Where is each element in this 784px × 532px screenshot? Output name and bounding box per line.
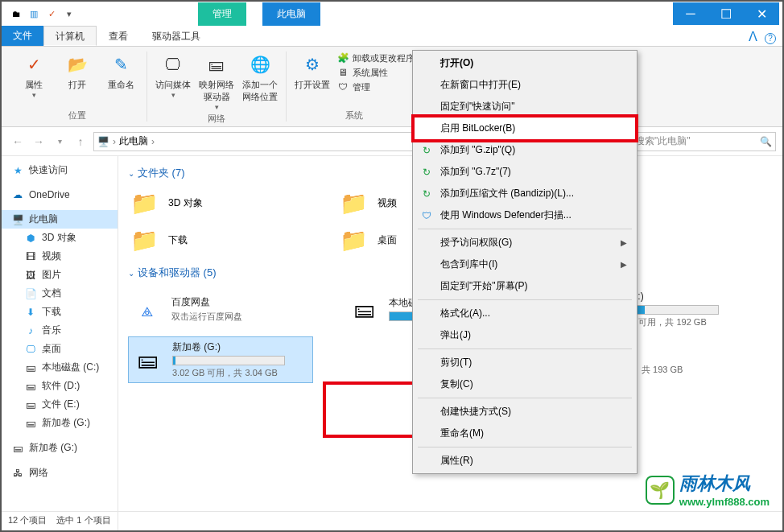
- gear-icon: ⚙: [299, 52, 325, 77]
- context-menu-item[interactable]: ↻添加到压缩文件 (Bandizip)(L)...: [415, 183, 635, 204]
- watermark: 🌱 雨林木风 www.ylmf888.com: [646, 472, 770, 508]
- ribbon-group-network: 🖵访问媒体▾ 🖴映射网络驱动器▾ 🌐添加一个网络位置 网络: [147, 52, 287, 122]
- context-menu-item[interactable]: 弹出(J): [415, 324, 635, 346]
- context-menu-icon: ↻: [419, 145, 434, 156]
- status-count: 12 个项目: [8, 514, 47, 526]
- context-menu-item[interactable]: 启用 BitLocker(B): [415, 118, 635, 139]
- qat-dropdown[interactable]: ▾: [61, 6, 77, 22]
- navigation-pane[interactable]: ★快速访问 ☁OneDrive 🖥️此电脑 ⬢3D 对象 🎞视频 🖼图片 📄文档…: [2, 156, 118, 532]
- submenu-arrow-icon: ▶: [621, 260, 627, 269]
- context-menu-item[interactable]: ↻添加到 "G.7z"(7): [415, 161, 635, 183]
- sidebar-drive-g[interactable]: 🖴新加卷 (G:): [2, 414, 118, 432]
- drive-g-selected[interactable]: 🖴 新加卷 (G:)3.02 GB 可用，共 3.04 GB: [128, 336, 313, 383]
- sidebar-drive-d[interactable]: 🖴软件 (D:): [2, 377, 118, 395]
- context-menu-item[interactable]: 重命名(M): [415, 423, 635, 444]
- context-menu-item[interactable]: 打开(O): [415, 52, 635, 74]
- ribbon-properties[interactable]: ✓属性▾: [14, 52, 53, 99]
- tab-computer[interactable]: 计算机: [43, 26, 97, 46]
- sidebar-drive-g2[interactable]: 🖴新加卷 (G:): [2, 439, 118, 457]
- sidebar-drive-e[interactable]: 🖴文件 (E:): [2, 395, 118, 414]
- ribbon-tabs: 文件 计算机 查看 驱动器工具 ᐱ ?: [2, 26, 782, 47]
- properties-icon: ✓: [21, 52, 47, 77]
- sidebar-pictures[interactable]: 🖼图片: [2, 266, 118, 284]
- window-title: 此电脑: [262, 2, 320, 26]
- close-button[interactable]: ✕: [744, 2, 779, 25]
- minimize-button[interactable]: ─: [673, 2, 708, 25]
- context-menu-item[interactable]: 剪切(T): [415, 352, 635, 373]
- ribbon-settings[interactable]: ⚙打开设置: [293, 52, 332, 91]
- ribbon-map-drive[interactable]: 🖴映射网络驱动器▾: [197, 52, 236, 111]
- chevron-icon[interactable]: ›: [151, 136, 155, 147]
- drive-icon: 🖴: [204, 52, 229, 77]
- sidebar-3d[interactable]: ⬢3D 对象: [2, 229, 118, 247]
- context-menu-item[interactable]: 🛡使用 Windows Defender扫描...: [415, 204, 635, 226]
- context-menu-label: 包含到库中(I): [440, 258, 497, 271]
- sidebar-downloads[interactable]: ⬇下载: [2, 303, 118, 321]
- up-button[interactable]: ↑: [71, 132, 90, 151]
- sidebar-quick-access[interactable]: ★快速访问: [2, 161, 118, 179]
- help-button[interactable]: ᐱ ?: [742, 26, 782, 46]
- sidebar-this-pc[interactable]: 🖥️此电脑: [2, 210, 118, 229]
- context-menu-label: 打开(O): [440, 56, 473, 70]
- context-menu-icon: 🛡: [419, 210, 434, 221]
- ribbon-add-net[interactable]: 🌐添加一个网络位置: [241, 52, 279, 103]
- context-menu-item[interactable]: 固定到"快速访问": [415, 96, 635, 118]
- back-button[interactable]: ←: [8, 132, 27, 151]
- sidebar-drive-c[interactable]: 🖴本地磁盘 (C:): [2, 358, 118, 377]
- context-menu-item[interactable]: 格式化(A)...: [415, 303, 635, 324]
- status-bar: 12 个项目 选中 1 个项目: [2, 511, 782, 529]
- context-menu: 打开(O)在新窗口中打开(E)固定到"快速访问"启用 BitLocker(B)↻…: [412, 50, 638, 474]
- contextual-tab-manage[interactable]: 管理: [198, 2, 246, 26]
- breadcrumb[interactable]: 此电脑: [119, 134, 148, 148]
- sidebar-onedrive[interactable]: ☁OneDrive: [2, 186, 118, 204]
- drive-baidu[interactable]: ⟁ 百度网盘双击运行百度网盘: [128, 287, 313, 332]
- sidebar-desktop[interactable]: 🖵桌面: [2, 340, 118, 358]
- context-menu-item[interactable]: 创建快捷方式(S): [415, 401, 635, 423]
- pc-icon: 🖥️: [97, 136, 109, 147]
- ribbon-uninstall[interactable]: 🧩卸载或更改程序: [336, 52, 415, 64]
- nav-arrows: ← → ▾ ↑: [8, 132, 90, 151]
- status-selected: 选中 1 个项目: [56, 514, 110, 526]
- context-menu-label: 启用 BitLocker(B): [440, 122, 515, 135]
- folder-icon: 📁: [337, 187, 369, 219]
- tab-view[interactable]: 查看: [97, 26, 140, 46]
- qat-item[interactable]: ▥: [26, 6, 42, 22]
- file-tab[interactable]: 文件: [2, 26, 43, 46]
- context-menu-item[interactable]: 在新窗口中打开(E): [415, 74, 635, 96]
- uninstall-icon: 🧩: [336, 52, 349, 64]
- chevron-icon[interactable]: ›: [113, 136, 116, 147]
- context-menu-item[interactable]: ↻添加到 "G.zip"(Q): [415, 139, 635, 161]
- tab-drive-tools[interactable]: 驱动器工具: [140, 26, 213, 46]
- folder-3d[interactable]: 📁3D 对象: [128, 187, 305, 219]
- context-menu-label: 重命名(M): [440, 427, 484, 440]
- recent-dropdown[interactable]: ▾: [50, 132, 69, 151]
- drive-c-freespace-partial: 共 193 GB: [642, 364, 683, 376]
- ribbon-media[interactable]: 🖵访问媒体▾: [154, 52, 192, 99]
- search-input[interactable]: 搜索"此电脑" 🔍: [631, 132, 776, 151]
- sidebar-video[interactable]: 🎞视频: [2, 247, 118, 266]
- sidebar-network[interactable]: 🖧网络: [2, 464, 118, 482]
- doc-icon: 📄: [24, 287, 37, 300]
- download-icon: ⬇: [24, 306, 37, 319]
- pc-icon: 🖥️: [11, 213, 24, 226]
- qat-item[interactable]: ✓: [43, 6, 60, 22]
- ribbon-sysprops[interactable]: 🖥系统属性: [336, 66, 415, 79]
- maximize-button[interactable]: ☐: [708, 2, 744, 25]
- forward-button[interactable]: →: [29, 132, 48, 151]
- ribbon-open[interactable]: 📂打开: [58, 52, 97, 91]
- ribbon-rename[interactable]: ✎重命名: [101, 52, 140, 91]
- folder-downloads[interactable]: 📁下载: [128, 224, 305, 256]
- context-menu-item[interactable]: 复制(C): [415, 373, 635, 395]
- context-menu-item[interactable]: 属性(R): [415, 450, 635, 472]
- ribbon-group-location: ✓属性▾ 📂打开 ✎重命名 位置: [8, 52, 147, 122]
- context-menu-item[interactable]: 授予访问权限(G)▶: [415, 232, 635, 254]
- sidebar-music[interactable]: ♪音乐: [2, 321, 118, 340]
- sidebar-docs[interactable]: 📄文档: [2, 284, 118, 303]
- drive-icon: 🖴: [24, 380, 37, 393]
- rename-icon: ✎: [108, 52, 134, 77]
- context-menu-item[interactable]: 包含到库中(I)▶: [415, 254, 635, 275]
- drive-icon: 🖴: [11, 442, 24, 455]
- ribbon-manage[interactable]: 🛡管理: [336, 80, 415, 93]
- context-menu-item[interactable]: 固定到"开始"屏幕(P): [415, 275, 635, 297]
- context-menu-label: 添加到 "G.7z"(7): [440, 165, 511, 179]
